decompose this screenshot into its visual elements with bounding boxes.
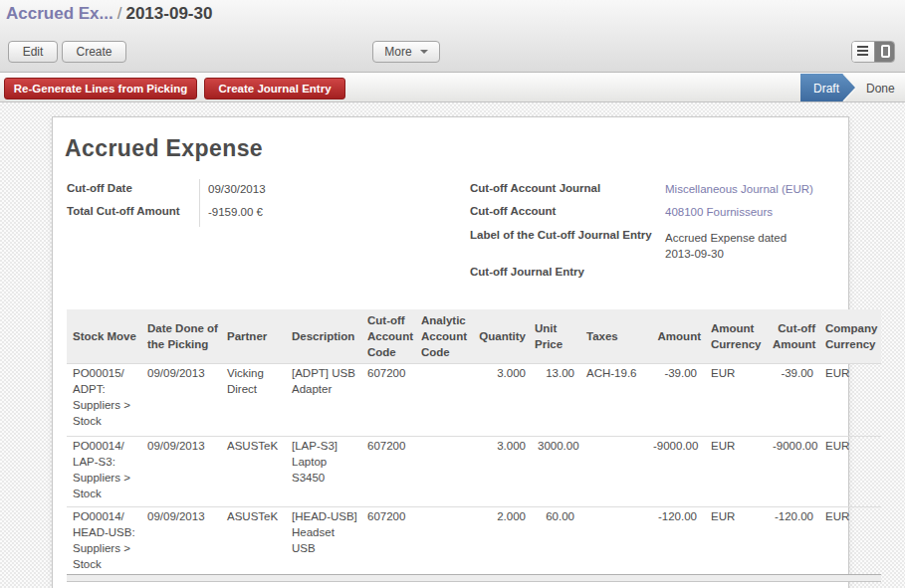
svg-text:Draft: Draft — [813, 82, 840, 96]
